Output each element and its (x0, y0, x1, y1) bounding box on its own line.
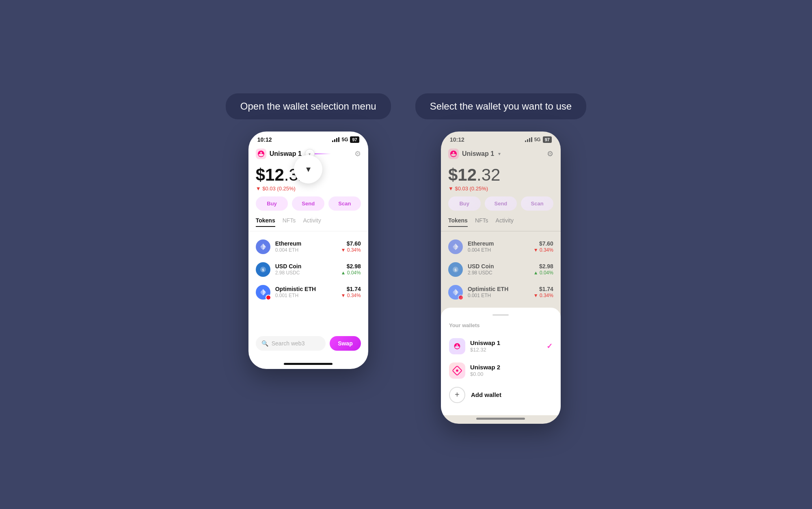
left-swap-button[interactable]: Swap (330, 336, 361, 351)
left-instruction: Open the wallet selection menu (226, 93, 391, 119)
left-search-placeholder: Search web3 (272, 340, 305, 347)
left-eth-icon-wrapper (256, 239, 270, 254)
left-eth-price: $7.60 (341, 240, 361, 247)
left-buy-button[interactable]: Buy (256, 196, 288, 211)
right-balance-change: ▼ $0.03 (0.25%) (448, 185, 553, 192)
right-phone-frame: 10:12 5G 97 (441, 132, 561, 423)
left-usdc-icon: $ (256, 262, 270, 277)
left-scan-button[interactable]: Scan (328, 196, 361, 211)
right-balance-amount: $12.32 (448, 166, 553, 184)
left-token-opt[interactable]: Optimistic ETH 0.001 ETH $1.74 ▼ 0.34% (248, 281, 368, 304)
right-tab-nfts[interactable]: NFTs (475, 217, 488, 227)
left-status-bar: 10:12 5G 97 (248, 132, 368, 145)
left-tab-activity[interactable]: Activity (303, 217, 321, 227)
right-usdc-change: ▲ 0.04% (533, 270, 553, 276)
right-chevron-down-icon[interactable]: ▾ (498, 151, 501, 157)
right-eth-name: Ethereum (468, 240, 529, 247)
right-balance-section: $12.32 ▼ $0.03 (0.25%) (441, 163, 561, 196)
right-tab-tokens[interactable]: Tokens (448, 217, 468, 227)
left-opt-change: ▼ 0.34% (341, 293, 361, 298)
left-usdc-logo: $ (259, 265, 267, 274)
right-usdc-icon-wrapper: $ (448, 262, 463, 277)
right-eth-icon-wrapper (448, 239, 463, 254)
left-tab-tokens[interactable]: Tokens (256, 217, 275, 227)
right-eth-value: $7.60 ▼ 0.34% (533, 240, 553, 253)
right-scan-button[interactable]: Scan (521, 196, 553, 211)
left-status-icons: 5G 97 (332, 136, 359, 143)
right-usdc-info: USD Coin 2.98 USDC (468, 263, 529, 276)
left-settings-icon[interactable]: ⚙ (354, 149, 361, 158)
left-opt-icon-wrapper (256, 285, 270, 300)
right-usdc-price: $2.98 (533, 263, 553, 270)
right-opt-name: Optimistic ETH (468, 286, 529, 292)
left-arrow-line (315, 153, 331, 154)
left-tab-nfts[interactable]: NFTs (283, 217, 296, 227)
left-usdc-value: $2.98 ▲ 0.04% (341, 263, 361, 276)
left-balance-change: ▼ $0.03 (0.25%) (256, 185, 361, 192)
right-add-wallet-option[interactable]: + Add wallet (449, 383, 553, 407)
left-tabs: Tokens NFTs Activity (248, 217, 368, 231)
right-wallet-name-group: Uniswap 1 ▾ (448, 149, 501, 159)
right-buy-button[interactable]: Buy (448, 196, 481, 211)
left-big-chevron-icon: ▾ (306, 164, 311, 175)
right-usdc-value: $2.98 ▲ 0.04% (533, 263, 553, 276)
left-eth-logo (259, 243, 267, 251)
right-token-list: Ethereum 0.004 ETH $7.60 ▼ 0.34% $ (441, 231, 561, 308)
right-token-eth[interactable]: Ethereum 0.004 ETH $7.60 ▼ 0.34% (441, 235, 561, 258)
left-usdc-amount: 2.98 USDC (275, 270, 336, 276)
right-opt-value: $1.74 ▼ 0.34% (533, 286, 553, 298)
right-token-opt[interactable]: Optimistic ETH 0.001 ETH $1.74 ▼ 0.34% (441, 281, 561, 304)
right-wallet-2-icon (449, 362, 465, 379)
right-add-wallet-icon: + (449, 387, 465, 403)
left-usdc-name: USD Coin (275, 263, 336, 270)
right-tab-activity[interactable]: Activity (496, 217, 514, 227)
left-big-chevron-button[interactable]: ▾ (294, 155, 322, 183)
right-wallet-header: Uniswap 1 ▾ ⚙ (441, 145, 561, 163)
right-wallet-2-balance: $0.00 (470, 371, 553, 377)
left-5g-label: 5G (341, 137, 348, 142)
left-search-box[interactable]: 🔍 Search web3 (256, 336, 326, 351)
main-container: Open the wallet selection menu 10:12 5G … (226, 85, 586, 423)
svg-point-23 (456, 369, 458, 372)
left-search-icon: 🔍 (261, 340, 268, 347)
left-token-eth[interactable]: Ethereum 0.004 ETH $7.60 ▼ 0.34% (248, 235, 368, 258)
left-signal-icon (332, 137, 339, 142)
right-wallet-2-name: Uniswap 2 (470, 364, 553, 371)
right-usdc-icon: $ (448, 262, 463, 277)
left-eth-name: Ethereum (275, 240, 336, 247)
right-phone-column: Select the wallet you want to use 10:12 … (415, 93, 587, 423)
left-eth-value: $7.60 ▼ 0.34% (341, 240, 361, 253)
right-home-indicator (476, 418, 525, 420)
svg-rect-11 (448, 149, 459, 159)
svg-rect-0 (256, 149, 266, 159)
right-status-icons: 5G 97 (525, 136, 552, 143)
left-bottom-bar: 🔍 Search web3 Swap (248, 332, 368, 360)
left-token-usdc[interactable]: $ USD Coin 2.98 USDC $2.98 ▲ 0.04% (248, 258, 368, 281)
left-home-indicator (284, 363, 333, 365)
right-wallet-1-info: Uniswap 1 $12.32 (470, 339, 542, 353)
right-battery: 97 (543, 136, 552, 143)
left-battery: 97 (350, 136, 359, 143)
right-token-usdc[interactable]: $ USD Coin 2.98 USDC $2.98 ▲ 0.04% (441, 258, 561, 281)
svg-text:$: $ (262, 268, 264, 272)
right-wallet-1-name: Uniswap 1 (470, 339, 542, 346)
right-tabs: Tokens NFTs Activity (441, 217, 561, 231)
right-opt-amount: 0.001 ETH (468, 293, 529, 298)
right-usdc-amount: 2.98 USDC (468, 270, 529, 276)
left-phone-column: Open the wallet selection menu 10:12 5G … (226, 93, 391, 369)
right-action-buttons: Buy Send Scan (441, 196, 561, 217)
left-send-button[interactable]: Send (292, 196, 324, 211)
right-add-wallet-label: Add wallet (471, 391, 501, 398)
right-send-button[interactable]: Send (485, 196, 517, 211)
right-opt-info: Optimistic ETH 0.001 ETH (468, 286, 529, 298)
right-wallet-1-uniswap-logo (452, 341, 462, 351)
right-wallet-option-1[interactable]: Uniswap 1 $12.32 ✓ (449, 334, 553, 358)
left-usdc-icon-wrapper: $ (256, 262, 270, 277)
right-sheet-title: Your wallets (449, 322, 553, 328)
right-opt-logo (451, 288, 460, 296)
right-settings-icon[interactable]: ⚙ (547, 149, 553, 158)
right-wallet-option-2[interactable]: Uniswap 2 $0.00 (449, 358, 553, 383)
left-action-buttons: Buy Send Scan (248, 196, 368, 217)
left-opt-name: Optimistic ETH (275, 286, 336, 292)
left-eth-amount: 0.004 ETH (275, 247, 336, 253)
